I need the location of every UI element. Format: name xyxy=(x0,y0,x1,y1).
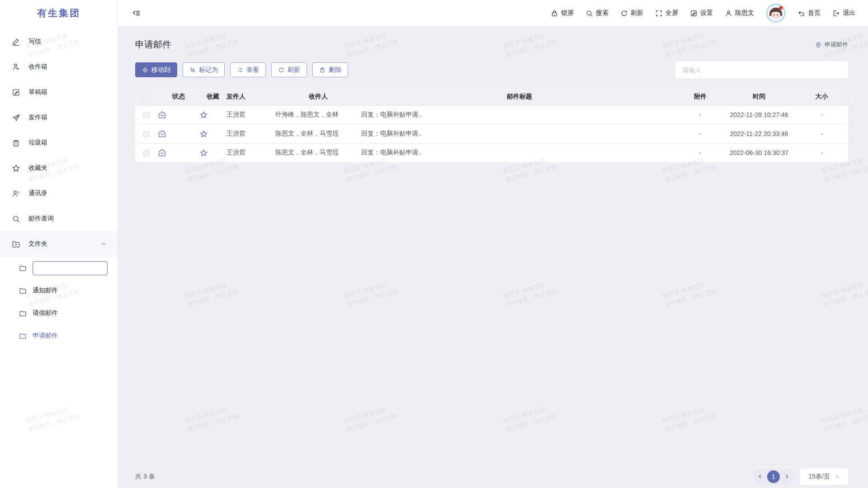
folder-name-input[interactable] xyxy=(33,261,108,275)
row-checkbox[interactable] xyxy=(143,112,150,118)
sidebar-item-compose[interactable]: 写信 xyxy=(0,29,118,54)
settings-label: 设置 xyxy=(700,9,713,17)
table-row[interactable]: 王洪哲 陈思文，全林，马雪瑶 回复：电脑补贴申请.. - 2022-06-30 … xyxy=(135,143,848,162)
sidebar-item-trash[interactable]: 垃圾箱 xyxy=(0,130,118,155)
logout-label: 退出 xyxy=(843,9,855,17)
cell-sender: 王洪哲 xyxy=(226,143,275,162)
sidebar-item-mail-search[interactable]: 邮件查询 xyxy=(0,206,118,231)
table-row[interactable]: 王洪哲 叶海峰，陈思文，全林 回复：电脑补贴申请.. - 2022-11-28 … xyxy=(135,105,848,124)
settings-icon xyxy=(690,9,698,17)
sidebar-item-drafts[interactable]: 草稿箱 xyxy=(0,80,118,105)
move-icon xyxy=(142,67,148,73)
sidebar-item-sent[interactable]: 发件箱 xyxy=(0,105,118,130)
cell-subject[interactable]: 回复：电脑补贴申请.. xyxy=(361,143,678,162)
refresh-icon xyxy=(278,67,284,73)
cell-subject[interactable]: 回复：电脑补贴申请.. xyxy=(361,124,678,143)
cell-size: - xyxy=(795,143,848,162)
sidebar-item-inbox[interactable]: 收件箱 xyxy=(0,54,118,80)
move-to-label: 移动到 xyxy=(151,66,170,74)
chevron-up-icon[interactable] xyxy=(100,241,107,247)
page-size-select[interactable]: 15条/页 xyxy=(800,469,848,485)
col-recipients: 收件人 xyxy=(275,88,361,105)
avatar[interactable] xyxy=(766,3,786,23)
select-all-checkbox[interactable] xyxy=(143,94,150,100)
global-search-button[interactable]: 搜索 xyxy=(585,9,609,17)
cell-sender: 王洪哲 xyxy=(226,124,275,143)
mail-read-icon xyxy=(158,149,166,157)
send-icon xyxy=(12,113,20,122)
tag-icon xyxy=(189,67,196,73)
next-page-icon[interactable] xyxy=(784,474,790,479)
contacts-icon xyxy=(12,189,20,198)
col-attachment: 附件 xyxy=(678,88,723,105)
lock-screen-button[interactable]: 锁屏 xyxy=(551,9,574,17)
col-subject: 邮件标题 xyxy=(361,88,678,105)
sidebar-item-folders[interactable]: 文件夹 xyxy=(0,231,118,257)
refresh-button[interactable]: 刷新 xyxy=(620,9,643,17)
inbox-person-icon xyxy=(12,63,20,71)
sidebar-item-label: 发件箱 xyxy=(28,113,47,122)
settings-button[interactable]: 设置 xyxy=(690,9,713,17)
star-icon[interactable] xyxy=(199,130,208,138)
row-checkbox[interactable] xyxy=(143,150,150,156)
subfolder-new-editing xyxy=(0,257,118,279)
move-to-button[interactable]: 移动到 xyxy=(135,62,177,77)
current-user-button[interactable]: 陈思文 xyxy=(725,9,754,17)
refresh-list-button[interactable]: 刷新 xyxy=(271,62,307,77)
trash-icon xyxy=(12,139,20,147)
cell-recipients: 陈思文，全林，马雪瑶 xyxy=(275,143,361,162)
subfolder-item-notice[interactable]: 通知邮件 xyxy=(0,279,118,302)
col-sender: 发件人 xyxy=(226,88,275,105)
star-icon[interactable] xyxy=(199,111,208,119)
subfolder-label: 申请邮件 xyxy=(33,332,58,340)
sidebar-menu: 写信 收件箱 草稿箱 发件箱 垃圾箱 收藏夹 xyxy=(0,29,118,347)
refresh-icon xyxy=(620,9,628,17)
cell-attachment: - xyxy=(678,143,723,162)
col-size: 大小 xyxy=(795,88,848,105)
brand-logo: 有生集团 xyxy=(0,0,118,26)
lock-screen-label: 锁屏 xyxy=(561,9,574,17)
table-search-input[interactable] xyxy=(675,61,848,78)
trash-icon xyxy=(319,67,326,73)
sidebar-item-label: 收件箱 xyxy=(28,63,47,71)
fullscreen-button[interactable]: 全屏 xyxy=(655,9,678,17)
home-button[interactable]: 首页 xyxy=(797,9,821,17)
app-root: 有生集团 写信 收件箱 草稿箱 发件箱 垃圾箱 xyxy=(0,0,868,488)
search-icon xyxy=(12,215,20,223)
location-label: 申请邮件 xyxy=(825,41,848,49)
draft-icon xyxy=(12,88,20,97)
row-checkbox[interactable] xyxy=(143,131,150,137)
view-button[interactable]: 查看 xyxy=(230,62,266,77)
sidebar-item-label: 草稿箱 xyxy=(28,88,47,96)
mark-as-label: 标记为 xyxy=(199,66,218,74)
global-search-label: 搜索 xyxy=(596,9,609,17)
list-icon xyxy=(237,67,243,73)
star-icon[interactable] xyxy=(199,149,208,157)
mark-as-button[interactable]: 标记为 xyxy=(183,62,225,77)
pagination: 1 15条/页 xyxy=(753,469,848,485)
subfolder-item-application[interactable]: 申请邮件 xyxy=(0,324,118,347)
page-number[interactable]: 1 xyxy=(767,470,780,483)
logout-button[interactable]: 退出 xyxy=(832,9,855,17)
sidebar-item-label: 邮件查询 xyxy=(28,215,54,223)
collapse-sidebar-icon[interactable] xyxy=(132,8,142,18)
cell-attachment: - xyxy=(678,124,723,143)
mail-table: 状态 收藏 发件人 收件人 邮件标题 附件 时间 大小 xyxy=(135,88,848,163)
col-status: 状态 xyxy=(158,88,199,105)
refresh-label: 刷新 xyxy=(631,9,643,17)
main-column: 锁屏 搜索 刷新 全屏 设置 xyxy=(118,0,868,488)
subfolder-item-leave[interactable]: 请假邮件 xyxy=(0,302,118,324)
cell-time: 2022-06-30 16:30:37 xyxy=(723,143,795,162)
sidebar-item-contacts[interactable]: 通讯录 xyxy=(0,181,118,206)
prev-page-icon[interactable] xyxy=(757,474,763,479)
content-footer: 共 3 条 1 15条/页 xyxy=(135,465,848,488)
topbar-actions: 锁屏 搜索 刷新 全屏 设置 xyxy=(551,3,855,23)
sidebar-item-label: 收藏夹 xyxy=(28,164,47,172)
table-row[interactable]: 王洪哲 陈思文，全林，马雪瑶 回复：电脑补贴申请.. - 2022-11-22 … xyxy=(135,124,848,143)
location-breadcrumb[interactable]: 申请邮件 xyxy=(815,41,848,49)
sidebar-item-favorites[interactable]: 收藏夹 xyxy=(0,155,118,181)
search-icon xyxy=(585,9,593,17)
view-label: 查看 xyxy=(246,66,259,74)
cell-subject[interactable]: 回复：电脑补贴申请.. xyxy=(361,105,678,124)
delete-button[interactable]: 删除 xyxy=(312,62,348,77)
